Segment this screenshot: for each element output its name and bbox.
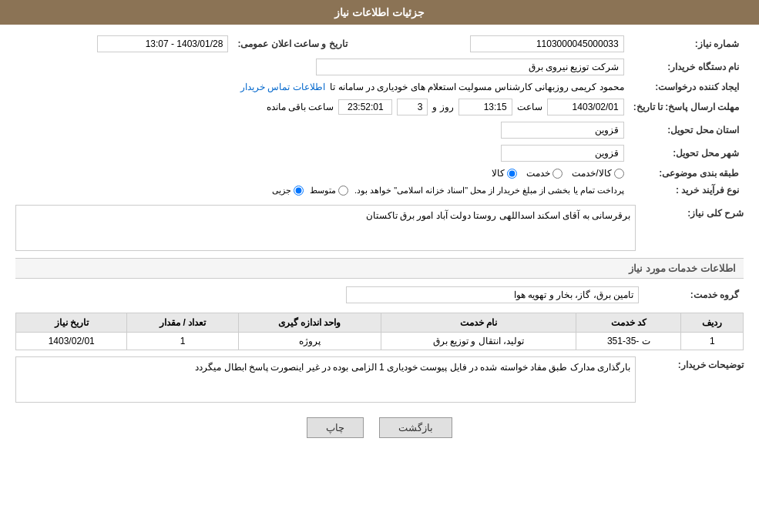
row-purchase-type: نوع فرآیند خرید : پرداخت تمام یا بخشی از… xyxy=(15,182,744,199)
header-title: جزئیات اطلاعات نیاز xyxy=(334,6,425,18)
col-row-number: ردیف xyxy=(681,313,744,333)
row-service-group: گروه خدمت: xyxy=(15,283,744,306)
row-send-date: مهلت ارسال پاسخ: تا تاریخ: ساعت روز و 23… xyxy=(15,95,744,119)
radio-kala-label: کالا xyxy=(492,168,505,179)
buttons-row: بازگشت چاپ xyxy=(15,417,744,438)
radio-kala-khedmat-label: کالا/خدمت xyxy=(572,168,611,179)
radio-jozei[interactable]: جزیی xyxy=(272,186,304,196)
send-days-label: روز و xyxy=(432,102,453,112)
col-date: تاریخ نیاز xyxy=(16,313,127,333)
radio-motavaset-label: متوسط xyxy=(310,186,336,196)
send-date-label: مهلت ارسال پاسخ: تا تاریخ: xyxy=(629,95,744,119)
col-service-name: نام خدمت xyxy=(381,313,576,333)
send-time-input[interactable] xyxy=(458,99,512,115)
radio-motavaset[interactable]: متوسط xyxy=(310,186,348,196)
service-group-label: گروه خدمت: xyxy=(643,283,744,306)
need-description-label: شرح کلی نیاز: xyxy=(643,205,744,219)
row-city: شهر محل تحویل: xyxy=(15,142,744,165)
city-input[interactable] xyxy=(501,145,624,162)
cell-code: ت -35-351 xyxy=(576,333,681,350)
buyer-notes-label: توضیحات خریدار: xyxy=(643,356,744,370)
row-category: طبقه بندی موضوعی: کالا/خدمت خدمت xyxy=(15,165,744,182)
need-number-input[interactable] xyxy=(470,35,624,52)
print-button[interactable]: چاپ xyxy=(307,417,364,438)
service-group-table: گروه خدمت: xyxy=(15,283,744,306)
send-days-input[interactable] xyxy=(397,99,428,115)
city-label: شهر محل تحویل: xyxy=(629,142,744,165)
send-date-row: ساعت روز و 23:52:01 ساعت باقی مانده xyxy=(20,99,624,115)
radio-kala[interactable]: کالا xyxy=(492,168,517,179)
row-creator: ایجاد کننده درخواست: محمود کریمی روزبهان… xyxy=(15,79,744,95)
send-time-label: ساعت xyxy=(517,102,542,112)
category-radio-group: کالا/خدمت خدمت کالا xyxy=(20,168,624,179)
services-table: ردیف کد خدمت نام خدمت واحد اندازه گیری ت… xyxy=(15,313,744,350)
radio-khedmat[interactable]: خدمت xyxy=(526,168,563,179)
creator-label: ایجاد کننده درخواست: xyxy=(629,79,744,95)
need-description-textarea[interactable]: برقرسانی به آقای اسکند اسداللهی روستا دو… xyxy=(15,205,636,251)
row-need-number: شماره نیاز: تاریخ و ساعت اعلان عمومی: xyxy=(15,32,744,55)
cell-unit: پروژه xyxy=(238,333,381,350)
buyer-name-label: نام دستگاه خریدار: xyxy=(629,55,744,79)
page-header: جزئیات اطلاعات نیاز xyxy=(0,0,759,25)
main-content: شماره نیاز: تاریخ و ساعت اعلان عمومی: نا… xyxy=(0,25,759,458)
radio-jozei-label: جزیی xyxy=(272,186,291,196)
creator-contact-link[interactable]: اطلاعات تماس خریدار xyxy=(240,82,325,92)
buyer-notes-textarea[interactable]: بارگذاری مدارک طبق مفاد خواسته شده در فا… xyxy=(15,356,636,403)
service-group-input[interactable] xyxy=(346,286,639,303)
send-remaining-label: ساعت باقی مانده xyxy=(267,102,334,112)
purchase-type-row: پرداخت تمام یا بخشی از مبلغ خریدار از مح… xyxy=(20,186,624,196)
page-container: جزئیات اطلاعات نیاز شماره نیاز: تاریخ و … xyxy=(0,0,759,532)
services-table-header-row: ردیف کد خدمت نام خدمت واحد اندازه گیری ت… xyxy=(16,313,744,333)
province-input[interactable] xyxy=(501,122,624,139)
buyer-name-input[interactable] xyxy=(316,59,624,75)
radio-khedmat-label: خدمت xyxy=(526,168,550,179)
cell-quantity: 1 xyxy=(127,333,238,350)
need-number-label: شماره نیاز: xyxy=(629,32,744,55)
category-label: طبقه بندی موضوعی: xyxy=(629,165,744,182)
cell-row: 1 xyxy=(681,333,744,350)
services-section-title: اطلاعات خدمات مورد نیاز xyxy=(15,258,744,279)
creator-value: محمود کریمی روزبهانی کارشناس مسولیت استع… xyxy=(330,82,623,92)
send-time-remaining: 23:52:01 xyxy=(338,99,392,115)
row-buyer-name: نام دستگاه خریدار: xyxy=(15,55,744,79)
announce-date-label: تاریخ و ساعت اعلان عمومی: xyxy=(233,32,351,55)
cell-date: 1403/02/01 xyxy=(16,333,127,350)
cell-name: تولید، انتقال و توزیع برق xyxy=(381,333,576,350)
col-quantity: تعداد / مقدار xyxy=(127,313,238,333)
province-label: استان محل تحویل: xyxy=(629,119,744,142)
col-unit: واحد اندازه گیری xyxy=(238,313,381,333)
back-button[interactable]: بازگشت xyxy=(379,417,452,438)
table-row: 1ت -35-351تولید، انتقال و توزیع برقپروژه… xyxy=(16,333,744,350)
announce-date-input[interactable] xyxy=(97,35,228,52)
info-table: شماره نیاز: تاریخ و ساعت اعلان عمومی: نا… xyxy=(15,32,744,199)
purchase-type-label: نوع فرآیند خرید : xyxy=(629,182,744,199)
row-province: استان محل تحویل: xyxy=(15,119,744,142)
radio-kala-khedmat[interactable]: کالا/خدمت xyxy=(572,168,623,179)
col-service-code: کد خدمت xyxy=(576,313,681,333)
purchase-type-note: پرداخت تمام یا بخشی از مبلغ خریدار از مح… xyxy=(354,186,624,196)
send-date-input[interactable] xyxy=(547,99,624,115)
